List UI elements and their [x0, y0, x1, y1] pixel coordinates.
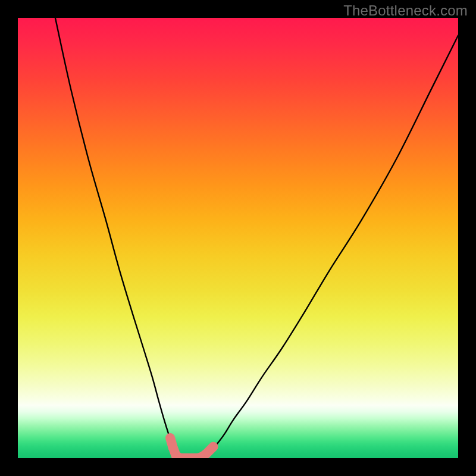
plot-area: [18, 18, 458, 458]
chart-frame: TheBottleneck.com: [0, 0, 476, 476]
marker-point: [168, 443, 177, 452]
curve-right-curve: [204, 36, 458, 456]
marker-point: [203, 450, 209, 456]
watermark-text: TheBottleneck.com: [343, 2, 468, 19]
chart-svg: [18, 18, 458, 458]
marker-point: [211, 444, 217, 450]
curve-left-curve: [55, 18, 178, 456]
marker-point: [167, 435, 173, 441]
